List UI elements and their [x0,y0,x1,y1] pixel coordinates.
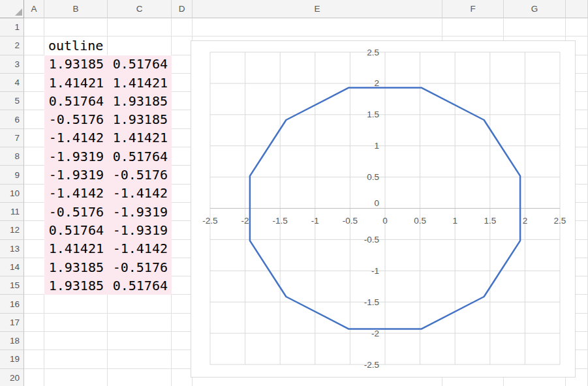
cell-C8[interactable]: 0.51764 [108,147,172,166]
cell-B5[interactable]: 0.51764 [44,92,108,110]
cell-A15[interactable] [24,276,44,295]
cell-D3[interactable] [172,55,193,74]
cell-A18[interactable] [24,332,44,350]
cell-C10[interactable]: -1.4142 [108,185,172,203]
cell-A12[interactable] [24,221,44,239]
cell-A11[interactable] [24,203,44,221]
cell-D8[interactable] [172,147,193,166]
cell-C14[interactable]: -0.5176 [108,258,172,276]
cell-A6[interactable] [24,110,44,128]
cell-D1[interactable] [172,18,193,37]
cell-C12[interactable]: -1.9319 [108,221,172,239]
cell-D10[interactable] [172,185,193,203]
cell-C6[interactable]: 1.93185 [108,110,172,128]
cell-A4[interactable] [24,74,44,92]
row-header-4[interactable]: 4 [0,74,24,92]
cell-A17[interactable] [24,314,44,332]
cell-B18[interactable] [44,332,108,350]
cell-B9[interactable]: -1.9319 [44,166,108,184]
row-header-18[interactable]: 18 [0,332,24,350]
row-header-19[interactable]: 19 [0,350,24,368]
cell-D4[interactable] [172,74,193,92]
cell-C3[interactable]: 0.51764 [108,55,172,74]
cell-C5[interactable]: 1.93185 [108,92,172,110]
column-header-B[interactable]: B [44,0,108,18]
select-all-corner[interactable] [0,0,24,18]
column-header-G[interactable]: G [504,0,566,18]
column-header-C[interactable]: C [108,0,172,18]
cell-H1[interactable] [566,18,588,37]
row-header-14[interactable]: 14 [0,258,24,276]
cell-A13[interactable] [24,240,44,258]
cell-A10[interactable] [24,185,44,203]
cell-C2[interactable] [108,37,172,55]
cell-B16[interactable] [44,295,108,313]
cell-A5[interactable] [24,92,44,110]
cell-D5[interactable] [172,92,193,110]
cell-A14[interactable] [24,258,44,276]
cell-C18[interactable] [108,332,172,350]
cell-C11[interactable]: -1.9319 [108,203,172,221]
cell-A9[interactable] [24,166,44,184]
row-header-6[interactable]: 6 [0,110,24,128]
cell-B2[interactable]: outline [44,37,108,55]
cell-C19[interactable] [108,350,172,368]
cell-D17[interactable] [172,314,193,332]
cell-D15[interactable] [172,276,193,295]
cell-B19[interactable] [44,350,108,368]
cell-A19[interactable] [24,350,44,368]
cell-B8[interactable]: -1.9319 [44,147,108,166]
cell-G1[interactable] [504,18,566,37]
row-header-7[interactable]: 7 [0,129,24,147]
cell-D20[interactable] [172,369,193,386]
cell-C9[interactable]: -0.5176 [108,166,172,184]
row-header-13[interactable]: 13 [0,240,24,258]
cell-C1[interactable] [108,18,172,37]
column-header-F[interactable]: F [442,0,504,18]
cell-B10[interactable]: -1.4142 [44,185,108,203]
cell-A2[interactable] [24,37,44,55]
cell-B12[interactable]: 0.51764 [44,221,108,239]
cell-D18[interactable] [172,332,193,350]
cell-A16[interactable] [24,295,44,313]
row-header-8[interactable]: 8 [0,147,24,166]
embedded-chart[interactable]: -2.5-2-1.5-1-0.500.511.522.5-2.5-2-1.5-1… [191,40,576,378]
row-header-2[interactable]: 2 [0,37,24,55]
row-header-16[interactable]: 16 [0,295,24,313]
cell-C15[interactable]: 0.51764 [108,276,172,295]
cell-B17[interactable] [44,314,108,332]
cell-D19[interactable] [172,350,193,368]
cell-D12[interactable] [172,221,193,239]
cell-B1[interactable] [44,18,108,37]
cell-D14[interactable] [172,258,193,276]
column-header-E[interactable]: E [193,0,442,18]
row-header-15[interactable]: 15 [0,276,24,295]
row-header-10[interactable]: 10 [0,185,24,203]
cell-D7[interactable] [172,129,193,147]
cell-A20[interactable] [24,369,44,386]
cell-C4[interactable]: 1.41421 [108,74,172,92]
cell-A7[interactable] [24,129,44,147]
cell-B6[interactable]: -0.5176 [44,110,108,128]
cell-C7[interactable]: 1.41421 [108,129,172,147]
row-header-11[interactable]: 11 [0,203,24,221]
cell-C20[interactable] [108,369,172,386]
row-header-9[interactable]: 9 [0,166,24,184]
cell-B3[interactable]: 1.93185 [44,55,108,74]
row-header-1[interactable]: 1 [0,18,24,37]
column-header-D[interactable]: D [172,0,193,18]
cell-A8[interactable] [24,147,44,166]
cell-D6[interactable] [172,110,193,128]
row-header-20[interactable]: 20 [0,369,24,386]
cell-C13[interactable]: -1.4142 [108,240,172,258]
cell-B4[interactable]: 1.41421 [44,74,108,92]
cell-B7[interactable]: -1.4142 [44,129,108,147]
row-header-3[interactable]: 3 [0,55,24,74]
cell-D11[interactable] [172,203,193,221]
column-header-partial[interactable] [566,0,588,18]
cell-D16[interactable] [172,295,193,313]
cell-D9[interactable] [172,166,193,184]
cell-D13[interactable] [172,240,193,258]
cell-B14[interactable]: 1.93185 [44,258,108,276]
row-header-5[interactable]: 5 [0,92,24,110]
